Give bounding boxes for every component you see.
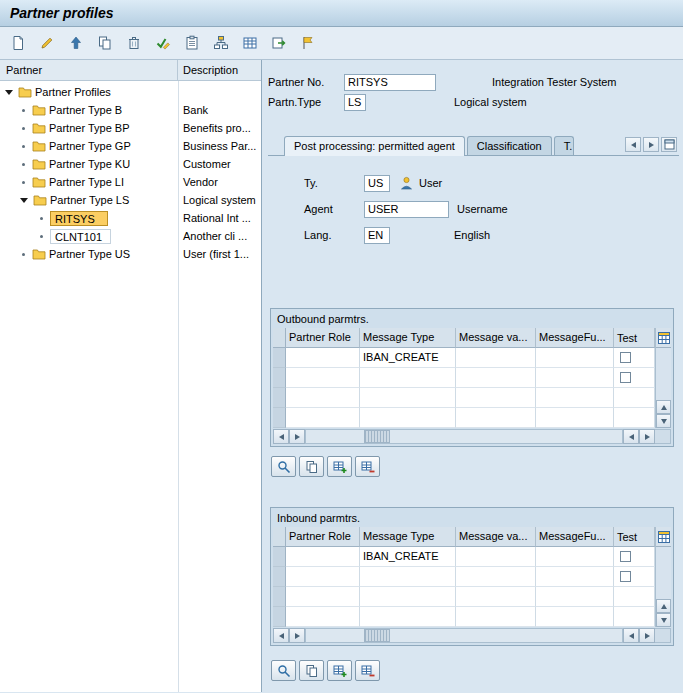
partner-header-fields: Partner No. Integration Tester System Pa… — [268, 60, 679, 112]
copy-button[interactable] — [93, 31, 117, 55]
move-up-button[interactable] — [64, 31, 88, 55]
scroll-down-button[interactable] — [656, 613, 671, 627]
scroll-grip[interactable] — [364, 430, 390, 443]
table-settings-button[interactable] — [656, 328, 671, 348]
col-message-function: MessageFu... — [536, 527, 614, 547]
scroll-down-button[interactable] — [656, 414, 671, 428]
selector-corner[interactable] — [273, 328, 286, 348]
pencil-icon — [39, 35, 55, 51]
row-selector[interactable] — [273, 368, 286, 388]
tab-post-processing[interactable]: Post processing: permitted agent — [284, 136, 465, 156]
inbound-delete-row-button[interactable] — [355, 660, 380, 681]
left-arrow-icon — [629, 633, 634, 639]
outbound-insert-row-button[interactable] — [327, 456, 352, 477]
agent-field[interactable] — [364, 201, 449, 218]
scroll-grip[interactable] — [364, 629, 390, 642]
table-row[interactable]: IBAN_CREATE — [286, 348, 655, 368]
clipboard-icon — [184, 35, 200, 51]
outbound-search-button[interactable] — [271, 456, 296, 477]
inbound-insert-row-button[interactable] — [327, 660, 352, 681]
language-field[interactable] — [364, 227, 390, 244]
delete-button[interactable] — [122, 31, 146, 55]
tab-expand-button[interactable] — [661, 137, 677, 152]
agent-type-field[interactable] — [364, 175, 390, 192]
vertical-scroll-track[interactable] — [656, 348, 671, 400]
scroll-up-button[interactable] — [656, 599, 671, 613]
partner-no-field[interactable] — [344, 74, 436, 91]
tree-item-ritsys[interactable]: RITSYS Rational Int ... — [0, 209, 261, 227]
protocol-button[interactable] — [180, 31, 204, 55]
row-selector[interactable] — [273, 388, 286, 408]
selected-node[interactable]: RITSYS — [50, 211, 108, 226]
table-row[interactable]: IBAN_CREATE — [286, 547, 655, 567]
tree-root-partner-profiles[interactable]: Partner Profiles — [0, 83, 261, 101]
row-selector[interactable] — [273, 408, 286, 428]
table-view-button[interactable] — [238, 31, 262, 55]
outbound-delete-row-button[interactable] — [355, 456, 380, 477]
inbound-copy-button[interactable] — [299, 660, 324, 681]
tree-item-partner-type-ls[interactable]: Partner Type LS Logical system — [0, 191, 261, 209]
test-checkbox[interactable] — [620, 352, 631, 363]
table-row[interactable] — [286, 587, 655, 607]
scroll-left-button[interactable] — [273, 429, 289, 444]
tree-item-partner-type-ku[interactable]: Partner Type KU Customer — [0, 155, 261, 173]
scroll-right-button[interactable] — [289, 628, 305, 643]
inbound-search-button[interactable] — [271, 660, 296, 681]
detail-pane: Partner No. Integration Tester System Pa… — [262, 60, 683, 692]
horizontal-scroll-track[interactable] — [305, 628, 623, 643]
delete-row-icon — [361, 664, 375, 678]
scroll-right-button[interactable] — [639, 429, 655, 444]
row-selector[interactable] — [273, 587, 286, 607]
folder-icon — [18, 86, 32, 98]
outbound-copy-button[interactable] — [299, 456, 324, 477]
row-selector[interactable] — [273, 607, 286, 627]
table-row[interactable] — [286, 567, 655, 587]
table-settings-button[interactable] — [656, 527, 671, 547]
bullet-icon — [22, 181, 25, 184]
selector-corner[interactable] — [273, 527, 286, 547]
table-row[interactable] — [286, 388, 655, 408]
scrollbar-corner — [655, 429, 671, 444]
flag-button[interactable] — [296, 31, 320, 55]
tree-item-partner-type-b[interactable]: Partner Type B Bank — [0, 101, 261, 119]
tab-truncated[interactable]: T. — [554, 136, 574, 155]
test-checkbox[interactable] — [620, 551, 631, 562]
vertical-scroll-track[interactable] — [656, 547, 671, 599]
tree-item-partner-type-li[interactable]: Partner Type LI Vendor — [0, 173, 261, 191]
forward-button[interactable] — [267, 31, 291, 55]
table-row[interactable] — [286, 607, 655, 627]
test-checkbox[interactable] — [620, 571, 631, 582]
display-change-button[interactable] — [35, 31, 59, 55]
scroll-left-button[interactable] — [623, 628, 639, 643]
tree-item-partner-type-bp[interactable]: Partner Type BP Benefits pro... — [0, 119, 261, 137]
tree-item-partner-type-us[interactable]: Partner Type US User (first 1... — [0, 245, 261, 263]
scroll-right-button[interactable] — [639, 628, 655, 643]
search-icon — [277, 460, 291, 474]
hierarchy-button[interactable] — [209, 31, 233, 55]
tree-item-clnt101[interactable]: CLNT101 Another cli ... — [0, 227, 261, 245]
bullet-icon — [40, 235, 43, 238]
tab-classification[interactable]: Classification — [467, 136, 552, 155]
tab-scroll-left-button[interactable] — [625, 137, 641, 152]
tab-scroll-right-button[interactable] — [643, 137, 659, 152]
scroll-up-button[interactable] — [656, 400, 671, 414]
scroll-left-button[interactable] — [273, 628, 289, 643]
expand-arrow-icon[interactable] — [5, 90, 13, 95]
tree-column-partner: Partner — [0, 60, 178, 80]
message-type-cell[interactable]: IBAN_CREATE — [360, 547, 456, 567]
table-row[interactable] — [286, 408, 655, 428]
row-selector[interactable] — [273, 547, 286, 567]
row-selector[interactable] — [273, 348, 286, 368]
scroll-right-button[interactable] — [289, 429, 305, 444]
horizontal-scroll-track[interactable] — [305, 429, 623, 444]
table-row[interactable] — [286, 368, 655, 388]
partner-type-field[interactable] — [344, 94, 366, 111]
scroll-left-button[interactable] — [623, 429, 639, 444]
test-checkbox[interactable] — [620, 372, 631, 383]
create-button[interactable] — [6, 31, 30, 55]
expand-arrow-icon[interactable] — [20, 198, 28, 203]
tree-item-partner-type-gp[interactable]: Partner Type GP Business Par... — [0, 137, 261, 155]
row-selector[interactable] — [273, 567, 286, 587]
check-button[interactable] — [151, 31, 175, 55]
message-type-cell[interactable]: IBAN_CREATE — [360, 348, 456, 368]
